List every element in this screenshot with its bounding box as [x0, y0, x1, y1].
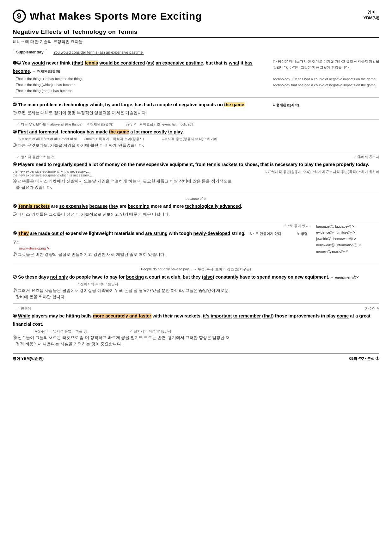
sentence-4-translation: ④ 선수들은 테니스 라켓에서 신발까지 오늘날 게임을 적절하게 하는 데 필… [13, 178, 379, 191]
sentence-1-right-note: ① 당신은 테니스가 비싼 취미로 여겨질 거라고 결코 생각하지 않았을 것입… [273, 58, 379, 88]
sentence-5-block: because of ✕ ⑤ Tennis rackets are so exp… [13, 197, 379, 218]
sentence-8-block: ↗ 반면에 가주어 ↳ ⑧ While players may be hitti… [13, 306, 379, 347]
sentence-3-translation: ③ 다른 무엇보다도, 기술을 게임을 하기에 훨씬 더 비싸게 만들었습니다. [13, 142, 379, 149]
sentence-4-above: ↗ 명사적 용법: ~하는 것 ↗ ④에서 ⑧까지 [13, 155, 379, 159]
section-title: Negative Effects of Technology on Tennis [13, 28, 379, 38]
sentence-8-below: ↳진주어 → 명사적 용법: ~하는 것 ↗ 전치사의 목적어: 동명사 [19, 329, 379, 334]
sentence-6-block: ↗ ~로 묶여 있다. ⑥ They are made out of expen… [13, 224, 379, 261]
sentence-7-block: People do not only have to pay… → 부정, 부사… [13, 267, 379, 300]
section-subtitle: 테니스에 대한 기술의 부정적인 효과들 [13, 39, 379, 45]
sentence-1: ❶① You would never think (that) tennis w… [13, 58, 267, 75]
above-sentence: You would consider tennis (as) an expens… [53, 50, 144, 55]
sentence-6: ⑥ They are made out of expensive lightwe… [13, 229, 310, 246]
main-title: 9 What Makes Sports More Exciting [13, 9, 202, 23]
supplementary-label: Supplementary [13, 49, 47, 55]
sentence-7: ⑦ So these days not only do people have … [13, 273, 379, 281]
sentence-4: ④ Players need to regularly spend a lot … [13, 160, 379, 169]
sentence-5-center-note: because of ✕ [13, 197, 379, 201]
title-text: What Makes Sports More Exciting [30, 10, 202, 22]
sentence-8: ⑧ While players may be hitting balls mor… [13, 311, 379, 328]
sentence-1-block: ❶① You would never think (that) tennis w… [13, 58, 379, 94]
sentence-3-above-note: ↗ 다른 무엇보다도 = above all (the things) ↗ 현재… [13, 122, 379, 127]
sentence-2-translation: ② 주된 문제는 대체로 경기에 몇몇 부정적인 영향력을 끼쳐온 기술입니다. [13, 110, 379, 116]
sentence-8-above: ↗ 반면에 가주어 ↳ [13, 306, 379, 311]
sentence-7-translation: ⑦ 그래서 요즈음 사람들은 클럽에서 경기장을 예약하기 위해 돈을 낼 필요… [13, 287, 379, 300]
sentence-7-center-note: People do not only have to pay… → 부정, 부사… [13, 267, 379, 272]
sentence-2-block: ② The main problem is technology which, … [13, 100, 379, 116]
page-header: 9 What Makes Sports More Exciting 영어 YBM… [13, 9, 379, 23]
sentence-5: ⑤ Tennis rackets are so expensive becaus… [13, 202, 379, 210]
sentence-4-below-right: ↳ ①부사적 용법(형용사 수식): ~하기에 ②부사적 용법(목적): ~하기… [264, 169, 379, 177]
lesson-number: 9 [13, 9, 26, 23]
sentence-2: ② The main problem is technology which, … [13, 100, 379, 109]
sentence-5-translation: ⑤ 테니스 라켓들은 그것들이 점점 더 기술적으로 진보되고 있기 때문에 매… [13, 211, 379, 218]
sentence-4-block: ↗ 명사적 용법: ~하는 것 ↗ ④에서 ⑧까지 ④ Players need… [13, 155, 379, 190]
sentence-3-below-note: ↳= best of all = first of all = most of … [19, 137, 379, 141]
sentence-1-grammar: That is the thing. + It has become the t… [16, 76, 267, 94]
footer-left: 영어 YBM(박준언) [13, 356, 44, 361]
sentence-3-block: ↗ 다른 무엇보다도 = above all (the things) ↗ 현재… [13, 122, 379, 149]
sentence-8-translation: ⑧ 선수들이 그들의 새로운 라켓으로 좀 더 정확하고 빠르게 공을 칠지도 … [13, 335, 379, 347]
footer-right: 09과 추가 분석 ① [349, 356, 379, 361]
header-meta: 영어 YBM(박) [363, 9, 379, 21]
sentence-4-below-left: the new expensive equipment. + It is nec… [13, 169, 258, 177]
page-footer: 영어 YBM(박준언) 09과 추가 분석 ① [13, 354, 379, 361]
sentence-6-translation: ⑦ 그것들은 비싼 경량의 물질로 만들어지고 강인한 새로 개발된 줄로 매여… [13, 251, 310, 258]
sentence-6-right-list: baggage⓪, luggage⓪ ✕ evidence⓪, furnitur… [316, 224, 379, 255]
sentence-6-error: newly-developing ✕ [19, 246, 310, 250]
sentence-3: ③ First and foremost, technology has mad… [13, 127, 379, 136]
sentence-6-above: ↗ ~로 묶여 있다. [13, 224, 310, 228]
sentence-7-below: ↗ 전치사의 목적어: 동명사 [19, 282, 379, 286]
